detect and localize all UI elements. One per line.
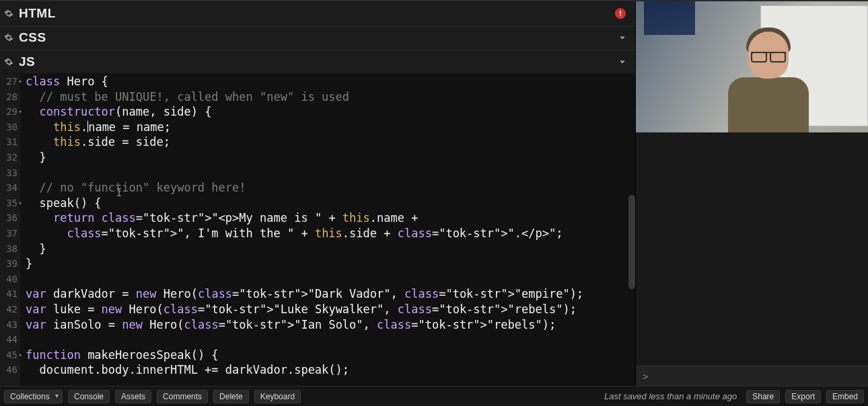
code-content[interactable]: class Hero { // must be UNIQUE!, called … bbox=[20, 74, 583, 386]
chevron-down-icon[interactable] bbox=[616, 32, 628, 44]
js-panel-header[interactable]: JS bbox=[0, 50, 635, 74]
css-panel-title: CSS bbox=[19, 30, 46, 45]
collections-select[interactable]: Collections bbox=[4, 390, 63, 403]
html-panel-header[interactable]: HTML ! bbox=[0, 1, 635, 26]
share-button[interactable]: Share bbox=[746, 390, 780, 403]
output-area bbox=[636, 132, 868, 366]
comments-button[interactable]: Comments bbox=[157, 390, 208, 403]
error-badge[interactable]: ! bbox=[615, 8, 626, 19]
footer-bar: Collections Console Assets Comments Dele… bbox=[0, 386, 868, 406]
line-gutter: 27▾2829▾303132333435▾3637383940414243444… bbox=[0, 74, 20, 386]
scrollbar-thumb[interactable] bbox=[628, 195, 635, 289]
js-panel-title: JS bbox=[19, 54, 35, 69]
preview-column: > bbox=[635, 1, 868, 386]
embed-button[interactable]: Embed bbox=[826, 390, 864, 403]
gear-icon[interactable] bbox=[4, 9, 13, 18]
html-panel-title: HTML bbox=[19, 6, 56, 21]
delete-button[interactable]: Delete bbox=[213, 390, 249, 403]
css-panel-header[interactable]: CSS bbox=[0, 26, 635, 50]
editor-column: HTML ! CSS JS 27▾2829▾303132333435▾36373… bbox=[0, 1, 635, 386]
console-button[interactable]: Console bbox=[68, 390, 110, 403]
gear-icon[interactable] bbox=[4, 33, 13, 42]
export-button[interactable]: Export bbox=[785, 390, 821, 403]
text-cursor-icon: I bbox=[116, 186, 122, 201]
assets-button[interactable]: Assets bbox=[115, 390, 151, 403]
save-status: Last saved less than a minute ago bbox=[604, 391, 737, 401]
chevron-down-icon[interactable] bbox=[616, 56, 628, 68]
gear-icon[interactable] bbox=[4, 57, 13, 67]
js-code-editor[interactable]: 27▾2829▾303132333435▾3637383940414243444… bbox=[0, 74, 635, 386]
repl-input[interactable]: > bbox=[636, 366, 868, 386]
keyboard-button[interactable]: Keyboard bbox=[254, 390, 301, 403]
repl-prompt: > bbox=[643, 371, 648, 382]
video-thumbnail bbox=[636, 1, 868, 132]
